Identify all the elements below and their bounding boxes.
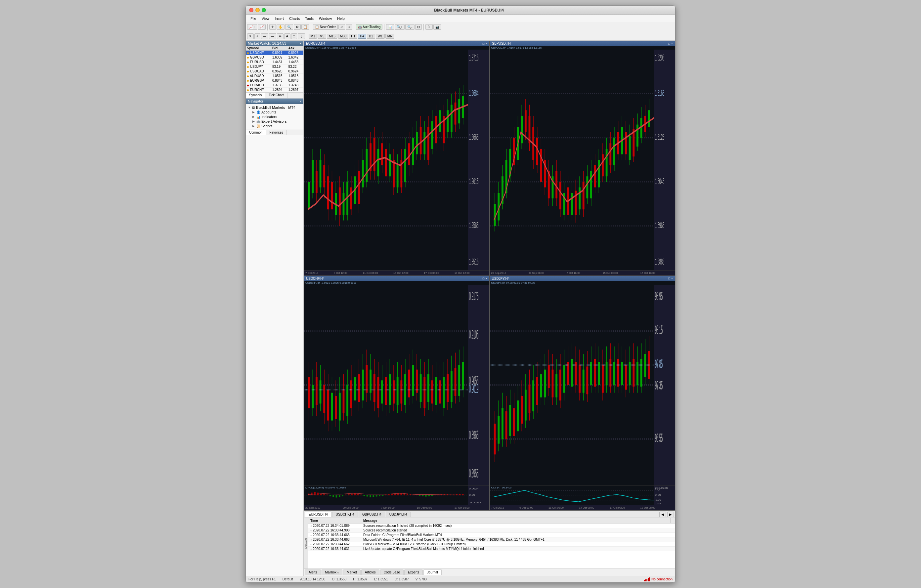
terminal-columns: Time Message (308, 518, 675, 523)
tab-journal[interactable]: Journal (423, 570, 442, 575)
terminal-body[interactable]: ○ 2020.07.22 16:34:01.089 Sources recomp… (308, 523, 675, 569)
usdjpy-minimize[interactable]: _ (666, 277, 667, 280)
chart-tab-usdchf[interactable]: USDCHF,H4 (332, 512, 358, 517)
tab-market[interactable]: Market (343, 570, 361, 575)
nav-scripts[interactable]: ▶ 📜 Scripts (252, 124, 302, 128)
gbpusd-body[interactable]: 1.6205 1.6165 1.6125 1.6045 1.5965 1.588… (490, 50, 675, 270)
new-order-button[interactable]: 📋 New Order (313, 24, 338, 30)
eurusd-close[interactable]: × (485, 42, 487, 45)
tab-mailbox[interactable]: Mailbox 6 (322, 570, 343, 575)
tab-symbols[interactable]: Symbols (246, 93, 265, 98)
toolbar-fit[interactable]: ⊡ (415, 24, 422, 30)
tool-text[interactable]: A (284, 33, 290, 39)
nav-expert-advisors[interactable]: ▶ 🤖 Expert Advisors (252, 119, 302, 124)
market-row[interactable]: ◆ USDJPY 83.19 83.22 (246, 65, 303, 69)
tf-m1[interactable]: M1 (309, 34, 317, 39)
market-row[interactable]: ◆ EURGBP 0.8843 0.8846 (246, 78, 303, 83)
market-row[interactable]: ◆ EURAUD 1.3736 1.3748 (246, 83, 303, 88)
close-button[interactable] (249, 8, 254, 12)
tab-experts[interactable]: Experts (404, 570, 423, 575)
toolbar-properties[interactable]: ⚙ (294, 24, 301, 30)
tf-h4[interactable]: H4 (358, 34, 366, 39)
chart-usdjpy: USDJPY,H4 _ □ × USDJPY,H4 97.88 97.91 97… (490, 276, 675, 511)
toolbar-move[interactable]: ✋ (277, 24, 285, 30)
toolbar-crosshair[interactable]: ✛ (269, 24, 276, 30)
tool-arrow[interactable]: ↖ (247, 33, 254, 39)
chart-tab-eurusd[interactable]: EURUSD,H4 (305, 512, 332, 517)
market-row[interactable]: ◆ EURCHF 1.2894 1.2897 (246, 88, 303, 92)
svg-rect-313 (410, 494, 411, 495)
tf-mn[interactable]: MN (386, 34, 395, 39)
chart-tab-gbpusd[interactable]: GBPUSD,H4 (359, 512, 385, 517)
toolbar-template[interactable]: 📋 (301, 24, 309, 30)
gbpusd-minimize[interactable]: _ (666, 42, 667, 45)
tf-h1[interactable]: H1 (349, 34, 357, 39)
tool-fib[interactable]: ⋮ (298, 33, 305, 39)
nav-accounts[interactable]: ▶ 👤 Accounts (252, 110, 302, 114)
tab-alerts[interactable]: Alerts (305, 570, 321, 575)
tab-articles[interactable]: Articles (361, 570, 379, 575)
tab-tick-chart[interactable]: Tick Chart (265, 93, 287, 98)
symbol-cell: ◆ EURGBP (246, 78, 271, 83)
usdjpy-maximize[interactable]: □ (668, 277, 670, 280)
chart-scroll-left[interactable]: ◀ (659, 512, 666, 517)
tool-rect[interactable]: □ (291, 33, 297, 39)
gbpusd-close[interactable]: × (671, 42, 673, 45)
market-row[interactable]: ◆ EURUSD 1.4451 1.4453 (246, 60, 303, 65)
tool-crosshair[interactable]: + (254, 33, 260, 39)
tab-codebase[interactable]: Code Base (380, 570, 404, 575)
market-row[interactable]: ◆ AUDUSD 1.0515 1.0518 (246, 74, 303, 78)
market-row[interactable]: ◆ GBPUSD 1.6339 1.6342 (246, 55, 303, 60)
tf-m30[interactable]: M30 (338, 34, 348, 39)
usdchf-minimize[interactable]: _ (480, 277, 482, 280)
toolbar-redo[interactable]: ↪ (346, 24, 352, 30)
toolbar-zoom-in[interactable]: 🔍+ (395, 24, 405, 30)
usdjpy-body[interactable]: 98.95 98.15 97.85 97.35 96.55 (490, 285, 675, 486)
nav-tab-favorites[interactable]: Favorites (266, 130, 287, 135)
usdjpy-close[interactable]: × (671, 277, 673, 280)
toolbar-zoom-out[interactable]: 🔍- (405, 24, 414, 30)
toolbar-btn2[interactable]: 📈 (258, 24, 266, 30)
maximize-button[interactable] (262, 8, 266, 12)
usdchf-close[interactable]: × (485, 277, 487, 280)
root-icon: 🖥 (252, 106, 255, 109)
tf-d1[interactable]: D1 (367, 34, 375, 39)
toolbar-new-chart[interactable]: 📈+ (247, 24, 257, 30)
toolbar-period-sep[interactable]: ⏱ (425, 24, 433, 30)
menu-file[interactable]: File (248, 16, 259, 21)
tf-m5[interactable]: M5 (317, 34, 326, 39)
minimize-button[interactable] (255, 8, 260, 12)
market-watch-close[interactable]: × (299, 42, 301, 45)
toolbar-chart-type[interactable]: 📊 (386, 24, 394, 30)
eurusd-minimize[interactable]: _ (480, 42, 482, 45)
tool-draw[interactable]: ✏ (277, 33, 283, 39)
chart-tab-usdjpy[interactable]: USDJPY,H4 (386, 512, 411, 517)
navigator-close[interactable]: × (299, 99, 301, 103)
toolbar-screenshot[interactable]: 📷 (433, 24, 441, 30)
usdchf-body[interactable]: 0.9175 0.9105 0.9055 0.9019 0.8965 0.895… (304, 285, 489, 486)
gbpusd-maximize[interactable]: □ (668, 42, 670, 45)
toolbar-zoom[interactable]: 🔍 (285, 24, 293, 30)
tf-m15[interactable]: M15 (327, 34, 337, 39)
menu-charts[interactable]: Charts (286, 16, 303, 21)
usdchf-maximize[interactable]: □ (483, 277, 484, 280)
menu-view[interactable]: View (259, 16, 272, 21)
menu-help[interactable]: Help (334, 16, 347, 21)
tool-line[interactable]: — (261, 33, 268, 39)
tf-w1[interactable]: W1 (376, 34, 385, 39)
nav-indicators[interactable]: ▶ 📊 Indicators (252, 114, 302, 119)
nav-tab-common[interactable]: Common (246, 130, 266, 135)
menu-insert[interactable]: Insert (272, 16, 286, 21)
nav-root[interactable]: ▼ 🖥 BlackBull Markets - MT4 (247, 105, 302, 110)
eurusd-maximize[interactable]: □ (483, 42, 484, 45)
nav-children: ▶ 👤 Accounts ▶ 📊 Indicators ▶ (247, 110, 302, 128)
chart-scroll-right[interactable]: ▶ (667, 512, 674, 517)
toolbar-undo[interactable]: ↩ (338, 24, 345, 30)
menu-window[interactable]: Window (316, 16, 334, 21)
market-row[interactable]: ◆ USDCHF 0.8921 0.8925 (246, 50, 303, 55)
menu-tools[interactable]: Tools (303, 16, 316, 21)
auto-trading-button[interactable]: 🤖 AutoTrading (356, 24, 382, 30)
eurusd-body[interactable]: 1.3715 1.3684 1.3665 1.3615 1.3565 1.351… (304, 50, 489, 270)
market-row[interactable]: ◆ USDCAD 0.9620 0.9624 (246, 69, 303, 74)
tool-hline[interactable]: — (269, 33, 276, 39)
